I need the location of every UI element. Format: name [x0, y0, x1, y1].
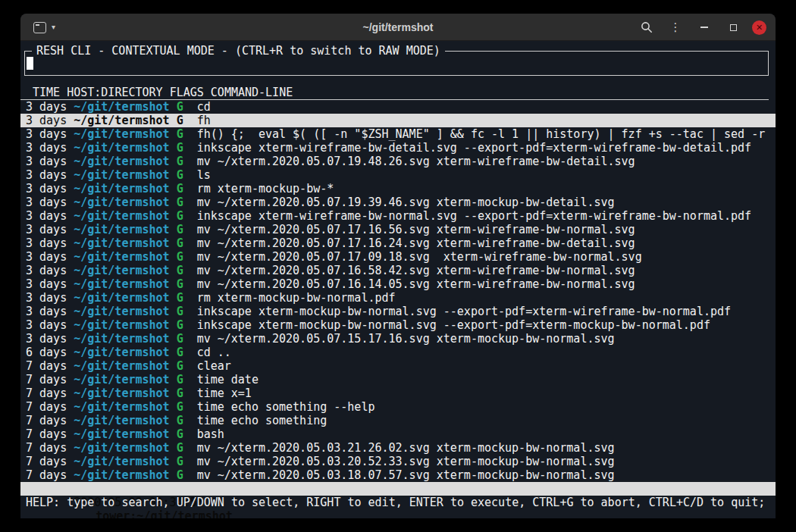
- search-icon: [641, 21, 653, 33]
- titlebar[interactable]: ▾ ~/git/termshot ⋮ ✕: [20, 14, 776, 41]
- row-directory: ~/git/termshot: [74, 196, 169, 209]
- restore-button[interactable]: [725, 19, 741, 36]
- history-row[interactable]: 3 days~/git/termshotGmv ~/xterm.2020.05.…: [20, 250, 776, 264]
- row-flag: G: [177, 141, 183, 155]
- row-flag: G: [177, 359, 183, 373]
- history-row[interactable]: 3 days~/git/termshotGfh: [20, 114, 776, 127]
- row-flag: G: [177, 196, 183, 209]
- row-command: inkscape xterm-wireframe-bw-normal.svg -…: [197, 209, 752, 223]
- history-row[interactable]: 7 days~/git/termshotGtime echo something: [20, 414, 776, 427]
- row-command: fh: [197, 114, 211, 127]
- row-time: 3 days: [26, 250, 67, 264]
- history-row[interactable]: 3 days~/git/termshotGls: [20, 168, 776, 182]
- history-row[interactable]: 7 days~/git/termshotGtime x=1: [20, 386, 776, 400]
- row-time: 3 days: [26, 182, 67, 196]
- row-time: 7 days: [26, 386, 67, 400]
- row-flag: G: [177, 346, 183, 359]
- history-row[interactable]: 3 days~/git/termshotGmv ~/xterm.2020.05.…: [20, 155, 776, 168]
- history-row[interactable]: 3 days~/git/termshotGmv ~/xterm.2020.05.…: [20, 196, 776, 209]
- frame-title: RESH CLI - CONTEXTUAL MODE - (CTRL+R to …: [32, 44, 445, 58]
- row-flag: G: [177, 291, 183, 305]
- row-time: 3 days: [26, 223, 67, 236]
- history-row[interactable]: 3 days~/git/termshotGmv ~/xterm.2020.05.…: [20, 277, 776, 291]
- row-flag: G: [177, 168, 183, 182]
- search-button[interactable]: [638, 19, 655, 36]
- new-tab-button[interactable]: ▾: [30, 20, 58, 36]
- close-button[interactable]: ✕: [752, 20, 766, 35]
- history-row[interactable]: 7 days~/git/termshotGmv ~/xterm.2020.05.…: [20, 441, 776, 455]
- history-row[interactable]: 7 days~/git/termshotGtime echo something…: [20, 400, 776, 414]
- row-time: 3 days: [26, 264, 67, 277]
- row-time: 7 days: [26, 373, 67, 386]
- row-directory: ~/git/termshot: [74, 359, 169, 373]
- row-time: 7 days: [26, 441, 67, 455]
- row-directory: ~/git/termshot: [74, 400, 169, 414]
- minimize-icon: [700, 27, 708, 28]
- history-row[interactable]: 3 days~/git/termshotGmv ~/xterm.2020.05.…: [20, 264, 776, 277]
- terminal-content[interactable]: RESH CLI - CONTEXTUAL MODE - (CTRL+R to …: [20, 41, 776, 518]
- row-directory: ~/git/termshot: [74, 127, 169, 141]
- row-command: mv ~/xterm.2020.05.07.16.14.05.svg xterm…: [197, 277, 635, 291]
- row-command: mv ~/xterm.2020.05.07.19.39.46.svg xterm…: [197, 196, 615, 209]
- row-command: mv ~/xterm.2020.05.03.20.52.33.svg xterm…: [197, 455, 615, 468]
- status-host-dir: tower:~/git/termshot: [96, 509, 233, 518]
- menu-button[interactable]: ⋮: [667, 19, 684, 36]
- row-flag: G: [177, 114, 183, 127]
- row-directory: ~/git/termshot: [74, 168, 169, 182]
- row-flag: G: [177, 155, 183, 168]
- history-row[interactable]: 3 days~/git/termshotGinkscape xterm-mock…: [20, 318, 776, 332]
- row-time: 3 days: [26, 209, 67, 223]
- row-directory: ~/git/termshot: [74, 373, 169, 386]
- history-row[interactable]: 3 days~/git/termshotGrm xterm-mockup-bw-…: [20, 182, 776, 196]
- history-row[interactable]: 3 days~/git/termshotGinkscape xterm-mock…: [20, 305, 776, 318]
- history-row[interactable]: 7 days~/git/termshotGbash: [20, 427, 776, 441]
- history-row[interactable]: 3 days~/git/termshotGmv ~/xterm.2020.05.…: [20, 332, 776, 346]
- history-row[interactable]: 3 days~/git/termshotGcd: [20, 100, 776, 114]
- history-row[interactable]: 7 days~/git/termshotGmv ~/xterm.2020.05.…: [20, 468, 776, 482]
- row-time: 3 days: [26, 155, 67, 168]
- row-command: mv ~/xterm.2020.05.07.16.58.42.svg xterm…: [197, 264, 635, 277]
- row-command: inkscape xterm-wireframe-bw-detail.svg -…: [197, 141, 752, 155]
- history-row[interactable]: 3 days~/git/termshotGinkscape xterm-wire…: [20, 209, 776, 223]
- row-directory: ~/git/termshot: [74, 318, 169, 332]
- row-flag: G: [177, 250, 183, 264]
- row-command: mv ~/xterm.2020.05.07.17.16.56.svg xterm…: [197, 223, 635, 236]
- row-flag: G: [177, 441, 183, 455]
- row-command: inkscape xterm-mockup-bw-normal.svg --ex…: [197, 318, 710, 332]
- row-command: cd ..: [197, 346, 231, 359]
- history-row[interactable]: 3 days~/git/termshotGrm xterm-mockup-bw-…: [20, 291, 776, 305]
- row-command: time echo something --help: [197, 400, 375, 414]
- minimize-button[interactable]: [696, 19, 713, 36]
- new-terminal-icon: [33, 22, 46, 33]
- row-time: 3 days: [26, 305, 67, 318]
- history-row[interactable]: 7 days~/git/termshotGclear: [20, 359, 776, 373]
- row-directory: ~/git/termshot: [74, 332, 169, 346]
- row-directory: ~/git/termshot: [74, 141, 169, 155]
- row-directory: ~/git/termshot: [74, 250, 169, 264]
- row-time: 7 days: [26, 468, 67, 482]
- search-input-frame[interactable]: RESH CLI - CONTEXTUAL MODE - (CTRL+R to …: [24, 51, 769, 76]
- row-directory: ~/git/termshot: [74, 291, 169, 305]
- row-time: 3 days: [26, 318, 67, 332]
- history-row[interactable]: 7 days~/git/termshotGtime date: [20, 373, 776, 386]
- history-row[interactable]: 7 days~/git/termshotGmv ~/xterm.2020.05.…: [20, 455, 776, 468]
- history-row[interactable]: 3 days~/git/termshotGinkscape xterm-wire…: [20, 141, 776, 155]
- row-directory: ~/git/termshot: [74, 468, 169, 482]
- row-flag: G: [177, 264, 183, 277]
- status-bar: 2020-05-08 00:34:56 tower:~/git/termshot…: [20, 482, 776, 496]
- row-time: 7 days: [26, 400, 67, 414]
- history-row[interactable]: 3 days~/git/termshotGfh() {; eval $( ([ …: [20, 127, 776, 141]
- row-directory: ~/git/termshot: [74, 277, 169, 291]
- row-directory: ~/git/termshot: [74, 305, 169, 318]
- row-time: 3 days: [26, 196, 67, 209]
- terminal-window: ▾ ~/git/termshot ⋮ ✕ RESH CLI - CONTEXTU…: [20, 14, 776, 518]
- history-row[interactable]: 3 days~/git/termshotGmv ~/xterm.2020.05.…: [20, 223, 776, 236]
- history-row[interactable]: 6 days~/git/termshotGcd ..: [20, 346, 776, 359]
- row-directory: ~/git/termshot: [74, 386, 169, 400]
- row-flag: G: [177, 400, 183, 414]
- row-command: mv ~/xterm.2020.05.07.17.09.18.svg xterm…: [197, 250, 642, 264]
- row-time: 3 days: [26, 332, 67, 346]
- history-row[interactable]: 3 days~/git/termshotGmv ~/xterm.2020.05.…: [20, 236, 776, 250]
- help-line: HELP: type to search, UP/DOWN to select,…: [20, 496, 776, 509]
- row-time: 7 days: [26, 455, 67, 468]
